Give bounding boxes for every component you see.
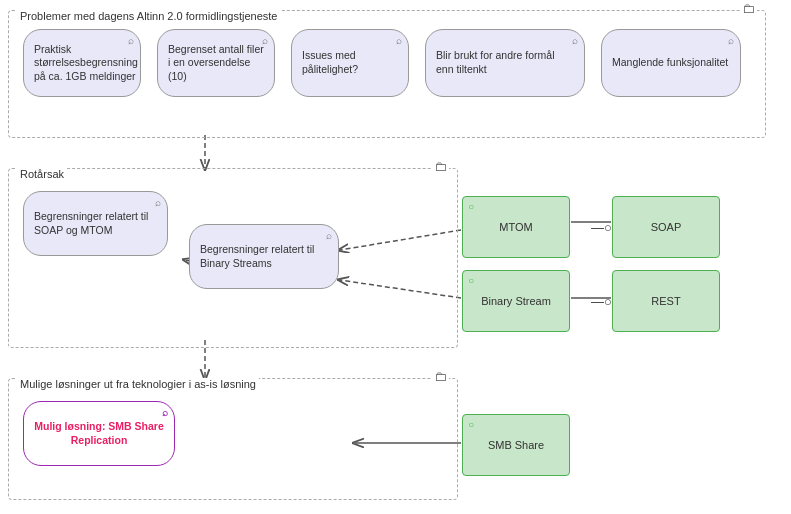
rotarsak-group: Rotårsak 🗀 ⌕ Begrensninger relatert til …	[8, 168, 458, 348]
mtom-icon: ○	[468, 201, 474, 212]
binary-stream-text: Binary Stream	[481, 295, 551, 307]
problem-node-2-text: Begrenset antall filer i en oversendelse…	[168, 43, 264, 84]
rest-line-icon: —○	[591, 294, 612, 309]
problems-title: Problemer med dagens Altinn 2.0 formidli…	[17, 10, 280, 22]
problem-node-2[interactable]: ⌕ Begrenset antall filer i en oversendel…	[157, 29, 275, 97]
smb-share-text: SMB Share	[488, 439, 544, 451]
search-icon-r1: ⌕	[155, 196, 161, 209]
search-icon-l1: ⌕	[162, 406, 168, 419]
rotarsak-node-2-text: Begrensninger relatert til Binary Stream…	[200, 243, 328, 270]
problem-node-4[interactable]: ⌕ Blir brukt for andre formål enn tilten…	[425, 29, 585, 97]
losning-node-1[interactable]: ⌕ Mulig løsning: SMB Share Replication	[23, 401, 175, 466]
problem-node-1[interactable]: ⌕ Praktisk størrelsesbegrensning på ca. …	[23, 29, 141, 97]
rotarsak-title: Rotårsak	[17, 168, 67, 180]
search-icon-3: ⌕	[396, 34, 402, 47]
soap-line-icon: —○	[591, 220, 612, 235]
smb-share-icon: ○	[468, 419, 474, 430]
losninger-group: Mulige løsninger ut fra teknologier i as…	[8, 378, 458, 500]
problem-node-1-text: Praktisk størrelsesbegrensning på ca. 1G…	[34, 43, 138, 84]
search-icon-r2: ⌕	[326, 229, 332, 242]
rotarsak-node-2[interactable]: ⌕ Begrensninger relatert til Binary Stre…	[189, 224, 339, 289]
search-icon-4: ⌕	[572, 34, 578, 47]
search-icon-2: ⌕	[262, 34, 268, 47]
problems-group: Problemer med dagens Altinn 2.0 formidli…	[8, 10, 766, 138]
losninger-title: Mulige løsninger ut fra teknologier i as…	[17, 378, 259, 390]
losninger-folder-icon: 🗀	[432, 369, 449, 384]
problem-node-3[interactable]: ⌕ Issues med pålitelighet?	[291, 29, 409, 97]
canvas: Problemer med dagens Altinn 2.0 formidli…	[0, 0, 791, 514]
problem-node-4-text: Blir brukt for andre formål enn tiltenkt	[436, 49, 574, 76]
soap-node[interactable]: SOAP —○	[612, 196, 720, 258]
problem-node-5-text: Manglende funksjonalitet	[612, 56, 728, 70]
rest-node[interactable]: REST —○	[612, 270, 720, 332]
search-icon-1: ⌕	[128, 34, 134, 47]
binary-stream-icon: ○	[468, 275, 474, 286]
mtom-node[interactable]: ○ MTOM	[462, 196, 570, 258]
rest-text: REST	[651, 295, 680, 307]
binary-stream-node[interactable]: ○ Binary Stream	[462, 270, 570, 332]
losning-node-1-text: Mulig løsning: SMB Share Replication	[34, 420, 164, 447]
soap-text: SOAP	[651, 221, 682, 233]
rotarsak-folder-icon: 🗀	[432, 159, 449, 174]
problem-node-5[interactable]: ⌕ Manglende funksjonalitet	[601, 29, 741, 97]
problems-folder-icon: 🗀	[740, 1, 757, 16]
search-icon-5: ⌕	[728, 34, 734, 47]
rotarsak-node-1[interactable]: ⌕ Begrensninger relatert til SOAP og MTO…	[23, 191, 168, 256]
mtom-text: MTOM	[499, 221, 532, 233]
smb-share-node[interactable]: ○ SMB Share	[462, 414, 570, 476]
problem-node-3-text: Issues med pålitelighet?	[302, 49, 398, 76]
rotarsak-node-1-text: Begrensninger relatert til SOAP og MTOM	[34, 210, 157, 237]
